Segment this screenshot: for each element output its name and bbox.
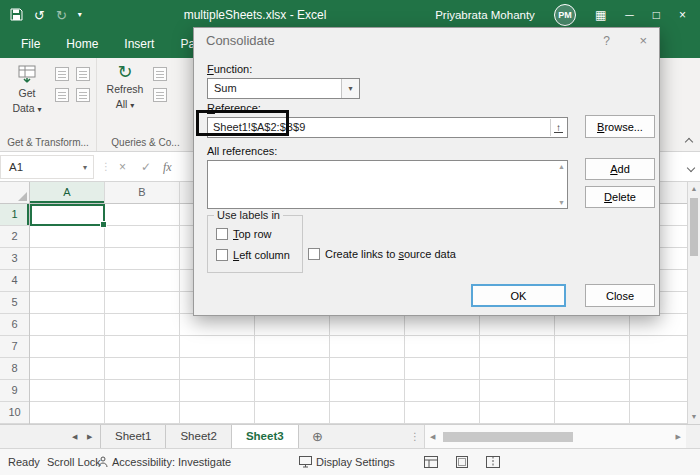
minimize-button[interactable]: ─ bbox=[625, 9, 634, 21]
dialog-close-icon[interactable]: × bbox=[639, 28, 647, 54]
formula-cancel-icon[interactable]: × bbox=[119, 152, 126, 182]
document-icon[interactable] bbox=[153, 67, 167, 81]
sheet-tab[interactable]: Sheet3 bbox=[232, 425, 299, 448]
sheet-tab-bar: ◀ ▶ Sheet1Sheet2Sheet3 ⊕ ⋮ ◀ ▶ bbox=[0, 424, 700, 448]
close-button[interactable]: × bbox=[679, 9, 686, 21]
close-button-dialog[interactable]: Close bbox=[585, 284, 655, 307]
redo-icon[interactable]: ↻ bbox=[56, 9, 67, 22]
row-header[interactable]: 8 bbox=[0, 358, 29, 380]
ribbon-tab[interactable]: Home bbox=[53, 30, 111, 58]
name-box[interactable]: A1 ▾ bbox=[0, 155, 94, 179]
collapse-dialog-icon[interactable]: ↑ bbox=[550, 119, 566, 136]
page-layout-view-icon[interactable] bbox=[455, 456, 469, 470]
get-transform-group: Get Data ▾ Get & Transform... bbox=[0, 58, 97, 151]
quick-access-toolbar: ↺ ↻ ▾ bbox=[0, 8, 82, 23]
row-header[interactable]: 7 bbox=[0, 336, 29, 358]
horizontal-scrollbar[interactable]: ◀ ▶ bbox=[424, 425, 686, 448]
row-header[interactable]: 10 bbox=[0, 402, 29, 424]
use-labels-legend: Use labels in bbox=[214, 209, 283, 221]
column-header[interactable]: A bbox=[30, 182, 105, 203]
save-icon[interactable] bbox=[10, 8, 23, 23]
ribbon-tab[interactable]: File bbox=[8, 30, 53, 58]
user-name[interactable]: Priyabrata Mohanty bbox=[435, 9, 535, 21]
add-button[interactable]: Add bbox=[585, 158, 655, 180]
list-scroll-up-icon[interactable]: ▲ bbox=[558, 163, 565, 170]
scroll-left-icon[interactable]: ◀ bbox=[430, 425, 435, 448]
scroll-right-icon[interactable]: ▶ bbox=[676, 425, 681, 448]
status-ready: Ready bbox=[8, 449, 40, 475]
selected-cell[interactable] bbox=[30, 204, 105, 226]
formula-enter-icon[interactable]: ✓ bbox=[141, 152, 151, 182]
vertical-scrollbar[interactable]: ▲ ▼ bbox=[687, 182, 700, 424]
create-links-checkbox[interactable]: Create links to source data bbox=[308, 248, 456, 260]
maximize-button[interactable]: □ bbox=[653, 9, 660, 21]
row-header[interactable]: 9 bbox=[0, 380, 29, 402]
scroll-down-icon[interactable]: ▼ bbox=[688, 410, 700, 424]
collapse-ribbon-icon[interactable] bbox=[685, 138, 693, 146]
document-icon[interactable] bbox=[76, 67, 90, 81]
row-header[interactable]: 1 bbox=[0, 204, 29, 226]
ribbon-tab[interactable]: Insert bbox=[111, 30, 167, 58]
queries-small-buttons bbox=[153, 67, 169, 102]
accessibility-icon bbox=[97, 456, 109, 470]
insert-function-icon[interactable]: fx bbox=[163, 152, 172, 182]
sheet-nav-left-icon[interactable]: ◀ bbox=[72, 425, 77, 448]
chevron-down-icon[interactable]: ▾ bbox=[341, 79, 359, 98]
dialog-title: Consolidate bbox=[206, 28, 275, 54]
document-icon[interactable] bbox=[55, 67, 69, 81]
browse-button[interactable]: Browse... bbox=[585, 115, 655, 138]
scroll-up-icon[interactable]: ▲ bbox=[688, 182, 700, 196]
all-references-label: All references: bbox=[207, 145, 277, 157]
expand-formula-bar-icon[interactable] bbox=[687, 164, 695, 172]
get-transform-small-buttons bbox=[55, 67, 92, 102]
checkbox-icon bbox=[216, 249, 228, 261]
document-icon[interactable] bbox=[55, 88, 69, 102]
group-label: Get & Transform... bbox=[0, 137, 96, 148]
function-label: Function: bbox=[207, 63, 252, 75]
get-data-icon bbox=[16, 63, 38, 85]
sheet-tab[interactable]: Sheet1 bbox=[100, 425, 166, 448]
undo-icon[interactable]: ↺ bbox=[34, 9, 45, 22]
tab-splitter-icon[interactable]: ⋮ bbox=[410, 425, 420, 448]
row-header[interactable]: 2 bbox=[0, 226, 29, 248]
name-box-dropdown-icon[interactable]: ▾ bbox=[83, 163, 87, 172]
sheet-tab[interactable]: Sheet2 bbox=[166, 425, 231, 448]
delete-button[interactable]: Delete bbox=[585, 186, 655, 208]
row-header[interactable]: 6 bbox=[0, 314, 29, 336]
get-data-button[interactable]: Get Data ▾ bbox=[3, 63, 51, 131]
refresh-icon: ↻ bbox=[117, 63, 132, 81]
refresh-all-button[interactable]: ↻ Refresh All ▾ bbox=[101, 63, 149, 131]
all-references-list[interactable]: ▲ ▼ bbox=[207, 160, 568, 209]
horizontal-scrollbar-thumb[interactable] bbox=[443, 432, 573, 442]
status-accessibility[interactable]: Accessibility: Investigate bbox=[112, 449, 231, 475]
sheet-nav-right-icon[interactable]: ▶ bbox=[87, 425, 92, 448]
document-icon[interactable] bbox=[153, 88, 167, 102]
use-labels-group: Use labels in Top row Left column bbox=[207, 215, 303, 273]
column-header[interactable]: B bbox=[105, 182, 180, 203]
left-column-checkbox[interactable]: Left column bbox=[216, 249, 290, 261]
help-icon[interactable]: ? bbox=[603, 28, 610, 54]
ok-button[interactable]: OK bbox=[471, 284, 566, 307]
dialog-title-bar[interactable]: Consolidate ? × bbox=[194, 28, 659, 54]
avatar[interactable]: PM bbox=[554, 4, 576, 26]
top-row-checkbox[interactable]: Top row bbox=[216, 228, 272, 240]
row-header[interactable]: 4 bbox=[0, 270, 29, 292]
document-icon[interactable] bbox=[76, 88, 90, 102]
title-bar[interactable]: ↺ ↻ ▾ multipleSheets.xlsx - Excel Priyab… bbox=[0, 0, 700, 30]
queries-connections-group: ↻ Refresh All ▾ Queries & Co... bbox=[98, 58, 194, 151]
status-display-settings[interactable]: Display Settings bbox=[316, 449, 395, 475]
normal-view-icon[interactable] bbox=[424, 456, 438, 470]
ribbon-display-options-icon[interactable]: ▦ bbox=[595, 9, 606, 21]
status-scroll-lock[interactable]: Scroll Lock bbox=[47, 449, 101, 475]
drag-handle-icon[interactable]: ⋮ bbox=[101, 152, 111, 182]
new-sheet-button[interactable]: ⊕ bbox=[312, 425, 323, 448]
list-scroll-down-icon[interactable]: ▼ bbox=[558, 199, 565, 206]
page-break-view-icon[interactable] bbox=[486, 456, 500, 470]
row-header[interactable]: 3 bbox=[0, 248, 29, 270]
row-header[interactable]: 5 bbox=[0, 292, 29, 314]
qat-customize-icon[interactable]: ▾ bbox=[78, 11, 82, 19]
function-dropdown[interactable]: Sum ▾ bbox=[207, 78, 360, 99]
window-title: multipleSheets.xlsx - Excel bbox=[184, 8, 327, 22]
vertical-scrollbar-thumb[interactable] bbox=[690, 198, 698, 256]
select-all-button[interactable] bbox=[0, 182, 30, 203]
